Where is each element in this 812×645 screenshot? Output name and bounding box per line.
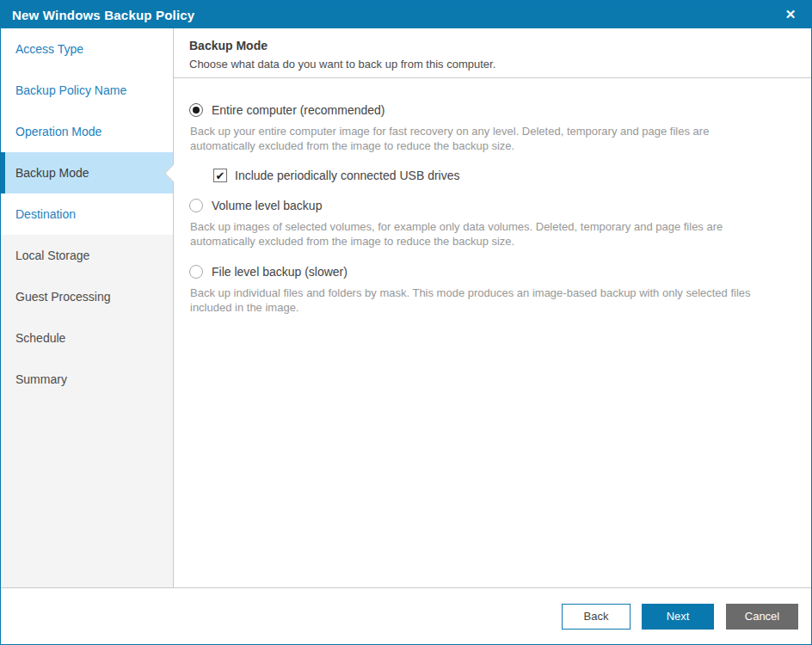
radio-label[interactable]: File level backup (slower) <box>212 265 348 279</box>
sidebar-item-backup-mode[interactable]: Backup Mode <box>1 152 173 194</box>
sidebar-item-guest-processing: Guest Processing <box>1 276 173 317</box>
new-windows-backup-policy-dialog: New Windows Backup Policy ✕ Access Type … <box>0 0 812 645</box>
wizard-steps-sidebar: Access Type Backup Policy Name Operation… <box>1 28 174 587</box>
option-entire-computer: Entire computer (recommended) Back up yo… <box>189 103 794 182</box>
close-icon[interactable]: ✕ <box>778 1 803 28</box>
main-content: Backup Mode Choose what data do you want… <box>174 28 811 587</box>
option-description: Back up images of selected volumes, for … <box>190 219 772 249</box>
radio-button-icon[interactable] <box>189 265 203 279</box>
radio-file-level[interactable]: File level backup (slower) <box>189 265 794 279</box>
sidebar-item-destination[interactable]: Destination <box>1 194 173 235</box>
radio-button-icon[interactable] <box>189 199 203 212</box>
next-button[interactable]: Next <box>642 604 714 630</box>
sidebar-item-local-storage: Local Storage <box>1 235 173 276</box>
page-title: Backup Mode <box>189 39 794 52</box>
sidebar-item-access-type[interactable]: Access Type <box>1 28 173 70</box>
option-file-level: File level backup (slower) Back up indiv… <box>189 265 794 315</box>
dialog-body: Access Type Backup Policy Name Operation… <box>1 28 811 587</box>
sidebar-item-backup-policy-name[interactable]: Backup Policy Name <box>1 70 173 111</box>
checkbox-include-usb-drives[interactable]: ✔ Include periodically connected USB dri… <box>213 169 794 182</box>
radio-volume-level[interactable]: Volume level backup <box>189 199 794 212</box>
checkbox-label[interactable]: Include periodically connected USB drive… <box>235 169 459 182</box>
titlebar: New Windows Backup Policy ✕ <box>1 1 811 28</box>
sidebar-item-schedule: Schedule <box>1 317 173 359</box>
radio-label[interactable]: Volume level backup <box>212 199 322 212</box>
back-button[interactable]: Back <box>562 604 631 630</box>
content-header: Backup Mode Choose what data do you want… <box>174 28 811 78</box>
option-volume-level: Volume level backup Back up images of se… <box>189 199 794 249</box>
backup-mode-options: Entire computer (recommended) Back up yo… <box>174 78 811 315</box>
page-subtitle: Choose what data do you want to back up … <box>189 58 794 71</box>
radio-entire-computer[interactable]: Entire computer (recommended) <box>189 103 794 117</box>
footer: Back Next Cancel <box>1 587 811 644</box>
sidebar-item-operation-mode[interactable]: Operation Mode <box>1 111 173 152</box>
option-description: Back up individual files and folders by … <box>190 286 772 315</box>
sidebar-item-summary: Summary <box>1 359 173 400</box>
checkbox-checked-icon[interactable]: ✔ <box>213 169 227 182</box>
radio-button-icon[interactable] <box>189 103 203 117</box>
radio-label[interactable]: Entire computer (recommended) <box>212 103 385 117</box>
window-title: New Windows Backup Policy <box>12 8 194 22</box>
option-description: Back up your entire computer image for f… <box>190 124 772 153</box>
cancel-button[interactable]: Cancel <box>726 604 798 630</box>
